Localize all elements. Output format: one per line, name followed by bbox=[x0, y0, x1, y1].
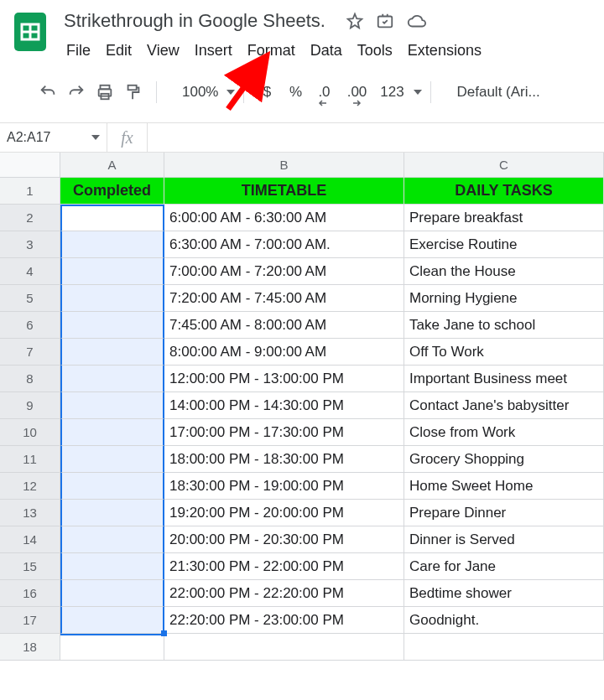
cell[interactable]: 8:00:00 AM - 9:00:00 AM bbox=[164, 339, 404, 366]
row-header[interactable]: 15 bbox=[0, 553, 60, 580]
cell[interactable]: Grocery Shopping bbox=[404, 446, 604, 473]
cell[interactable]: 17:00:00 PM - 17:30:00 PM bbox=[164, 419, 404, 446]
cell[interactable]: Dinner is Served bbox=[404, 526, 604, 553]
cell[interactable]: Goodnight. bbox=[404, 607, 604, 634]
column-header-c[interactable]: C bbox=[404, 153, 604, 178]
row-header[interactable]: 17 bbox=[0, 607, 60, 634]
cell[interactable] bbox=[60, 500, 164, 526]
row-header[interactable]: 8 bbox=[0, 366, 60, 392]
print-button[interactable] bbox=[91, 78, 119, 106]
cell[interactable]: Close from Work bbox=[404, 419, 604, 446]
cell[interactable] bbox=[60, 553, 164, 580]
increase-decimal-button[interactable]: .00 bbox=[338, 84, 375, 101]
row-header[interactable]: 12 bbox=[0, 473, 60, 500]
cell[interactable]: 18:30:00 PM - 19:00:00 PM bbox=[164, 473, 404, 500]
row-header[interactable]: 3 bbox=[0, 231, 60, 258]
cell[interactable]: 14:00:00 PM - 14:30:00 PM bbox=[164, 392, 404, 419]
cell[interactable]: 22:00:00 PM - 22:20:00 PM bbox=[164, 580, 404, 607]
decrease-decimal-button[interactable]: .0 bbox=[310, 84, 338, 101]
name-box-dropdown-icon[interactable] bbox=[91, 135, 100, 140]
cell[interactable]: 7:00:00 AM - 7:20:00 AM bbox=[164, 258, 404, 285]
name-box[interactable]: A2:A17 bbox=[0, 123, 107, 152]
cell[interactable] bbox=[60, 285, 164, 312]
cell[interactable]: Off To Work bbox=[404, 339, 604, 366]
undo-button[interactable] bbox=[34, 78, 62, 106]
row-header[interactable]: 18 bbox=[0, 634, 60, 661]
row-header[interactable]: 6 bbox=[0, 312, 60, 339]
cell[interactable]: Take Jane to school bbox=[404, 312, 604, 339]
menu-extensions[interactable]: Extensions bbox=[400, 39, 489, 63]
cell[interactable]: Clean the House bbox=[404, 258, 604, 285]
row-header[interactable]: 16 bbox=[0, 580, 60, 607]
row-header[interactable]: 9 bbox=[0, 392, 60, 419]
paint-format-button[interactable] bbox=[119, 78, 148, 106]
more-formats-button[interactable]: 123 bbox=[375, 84, 409, 101]
row-header[interactable]: 2 bbox=[0, 205, 60, 231]
menu-insert[interactable]: Insert bbox=[187, 39, 240, 63]
cell[interactable] bbox=[60, 607, 164, 634]
menu-view[interactable]: View bbox=[139, 39, 187, 63]
zoom-level[interactable]: 100% bbox=[182, 84, 218, 101]
selection-fill-handle[interactable] bbox=[161, 630, 167, 636]
cell[interactable]: Morning Hygiene bbox=[404, 285, 604, 312]
row-header[interactable]: 7 bbox=[0, 339, 60, 366]
cell[interactable] bbox=[60, 419, 164, 446]
cell[interactable]: 18:00:00 PM - 18:30:00 PM bbox=[164, 446, 404, 473]
cell[interactable] bbox=[60, 258, 164, 285]
cell[interactable]: 22:20:00 PM - 23:00:00 PM bbox=[164, 607, 404, 634]
cell[interactable] bbox=[60, 526, 164, 553]
cell[interactable]: 7:45:00 AM - 8:00:00 AM bbox=[164, 312, 404, 339]
formula-input[interactable] bbox=[148, 123, 604, 152]
cell[interactable]: Exercise Routine bbox=[404, 231, 604, 258]
cell[interactable]: Contact Jane's babysitter bbox=[404, 392, 604, 419]
format-percent-button[interactable]: % bbox=[281, 84, 310, 101]
row-header[interactable]: 4 bbox=[0, 258, 60, 285]
redo-button[interactable] bbox=[62, 78, 91, 106]
cell[interactable]: 6:30:00 AM - 7:00:00 AM. bbox=[164, 231, 404, 258]
cell[interactable] bbox=[60, 312, 164, 339]
menu-data[interactable]: Data bbox=[303, 39, 350, 63]
row-header[interactable]: 13 bbox=[0, 500, 60, 526]
cell[interactable]: DAILY TASKS bbox=[404, 178, 604, 205]
more-formats-dropdown-icon[interactable] bbox=[414, 90, 422, 95]
cell[interactable]: 12:00:00 PM - 13:00:00 PM bbox=[164, 366, 404, 392]
star-icon[interactable] bbox=[346, 12, 364, 30]
cell[interactable]: TIMETABLE bbox=[164, 178, 404, 205]
cell[interactable] bbox=[60, 366, 164, 392]
move-icon[interactable] bbox=[376, 12, 394, 30]
cell[interactable] bbox=[404, 634, 604, 661]
cell[interactable] bbox=[60, 634, 164, 661]
cell[interactable]: 6:00:00 AM - 6:30:00 AM bbox=[164, 205, 404, 231]
cell[interactable]: Home Sweet Home bbox=[404, 473, 604, 500]
cell[interactable] bbox=[60, 339, 164, 366]
cell[interactable] bbox=[60, 392, 164, 419]
row-header[interactable]: 5 bbox=[0, 285, 60, 312]
document-title[interactable]: Strikethrough in Google Sheets. bbox=[59, 8, 331, 34]
cell[interactable]: Prepare Dinner bbox=[404, 500, 604, 526]
cell[interactable] bbox=[60, 205, 164, 231]
column-header-b[interactable]: B bbox=[164, 153, 404, 178]
cell[interactable] bbox=[60, 473, 164, 500]
column-header-a[interactable]: A bbox=[60, 153, 164, 178]
cell[interactable]: 21:30:00 PM - 22:00:00 PM bbox=[164, 553, 404, 580]
cell[interactable]: Prepare breakfast bbox=[404, 205, 604, 231]
spreadsheet-grid[interactable]: A B C 1 Completed TIMETABLE DAILY TASKS … bbox=[0, 153, 604, 661]
cell[interactable]: Bedtime shower bbox=[404, 580, 604, 607]
cell[interactable] bbox=[60, 231, 164, 258]
cell[interactable]: Completed bbox=[60, 178, 164, 205]
menu-tools[interactable]: Tools bbox=[350, 39, 400, 63]
row-header[interactable]: 14 bbox=[0, 526, 60, 553]
cell[interactable]: 19:20:00 PM - 20:00:00 PM bbox=[164, 500, 404, 526]
menu-format[interactable]: Format bbox=[240, 39, 303, 63]
zoom-dropdown-icon[interactable] bbox=[226, 90, 235, 95]
cell[interactable]: 7:20:00 AM - 7:45:00 AM bbox=[164, 285, 404, 312]
cell[interactable]: Important Business meet bbox=[404, 366, 604, 392]
row-header[interactable]: 11 bbox=[0, 446, 60, 473]
row-header[interactable]: 1 bbox=[0, 178, 60, 205]
menu-edit[interactable]: Edit bbox=[98, 39, 139, 63]
cloud-status-icon[interactable] bbox=[406, 12, 426, 30]
select-all-corner[interactable] bbox=[0, 153, 60, 178]
format-currency-button[interactable]: $ bbox=[253, 84, 281, 101]
cell[interactable] bbox=[60, 446, 164, 473]
cell[interactable] bbox=[60, 580, 164, 607]
